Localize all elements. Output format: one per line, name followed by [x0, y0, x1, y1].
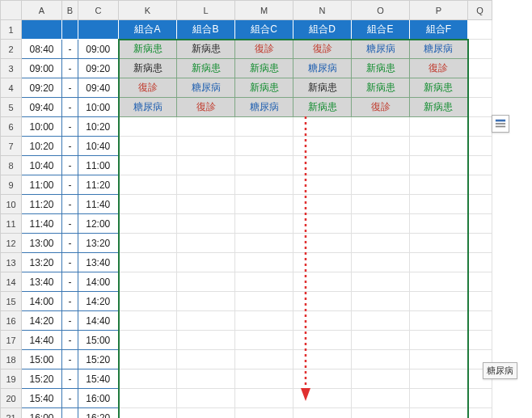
time-sep[interactable]: - — [62, 331, 78, 350]
cell[interactable] — [468, 408, 492, 419]
empty-cell[interactable] — [293, 331, 352, 350]
empty-cell[interactable] — [352, 137, 410, 156]
col-header[interactable]: O — [352, 1, 410, 20]
empty-cell[interactable] — [235, 195, 293, 214]
empty-cell[interactable] — [293, 234, 352, 253]
empty-cell[interactable] — [119, 137, 177, 156]
empty-cell[interactable] — [410, 292, 468, 311]
time-cell[interactable]: 09:20 — [22, 78, 62, 98]
time-cell[interactable]: 08:40 — [22, 40, 62, 59]
empty-cell[interactable] — [235, 389, 293, 408]
cell[interactable] — [468, 195, 492, 214]
time-cell[interactable]: 10:20 — [78, 117, 119, 137]
empty-cell[interactable] — [235, 369, 293, 389]
row-header[interactable]: 12 — [1, 234, 22, 253]
time-cell[interactable]: 14:20 — [22, 311, 62, 331]
data-cell[interactable]: 新病患 — [235, 78, 293, 98]
empty-cell[interactable] — [352, 253, 410, 272]
col-header[interactable]: K — [119, 1, 177, 20]
time-cell[interactable]: 16:00 — [22, 408, 62, 419]
row-header[interactable]: 4 — [1, 78, 22, 98]
cell[interactable] — [468, 156, 492, 175]
data-cell[interactable]: 復診 — [235, 40, 293, 59]
time-sep[interactable]: - — [62, 98, 78, 117]
time-cell[interactable]: 15:20 — [22, 369, 62, 389]
time-sep[interactable]: - — [62, 369, 78, 389]
empty-cell[interactable] — [293, 272, 352, 292]
cell[interactable] — [468, 389, 492, 408]
empty-cell[interactable] — [177, 272, 235, 292]
empty-cell[interactable] — [235, 214, 293, 234]
data-cell[interactable]: 新病患 — [293, 98, 352, 117]
empty-cell[interactable] — [293, 311, 352, 331]
data-cell[interactable]: 糖尿病 — [410, 40, 468, 59]
time-cell[interactable]: 09:40 — [22, 98, 62, 117]
time-cell[interactable]: 16:00 — [78, 389, 119, 408]
group-header[interactable]: 組合F — [410, 20, 468, 40]
cell[interactable] — [62, 20, 78, 40]
time-sep[interactable]: - — [62, 389, 78, 408]
empty-cell[interactable] — [293, 389, 352, 408]
empty-cell[interactable] — [235, 234, 293, 253]
data-cell[interactable]: 糖尿病 — [352, 40, 410, 59]
time-cell[interactable]: 13:20 — [78, 234, 119, 253]
row-header[interactable]: 8 — [1, 156, 22, 175]
data-cell[interactable]: 復診 — [293, 40, 352, 59]
time-cell[interactable]: 15:00 — [78, 331, 119, 350]
data-cell[interactable]: 糖尿病 — [235, 98, 293, 117]
empty-cell[interactable] — [352, 389, 410, 408]
time-sep[interactable]: - — [62, 137, 78, 156]
time-sep[interactable]: - — [62, 272, 78, 292]
empty-cell[interactable] — [177, 369, 235, 389]
empty-cell[interactable] — [410, 408, 468, 419]
cell[interactable] — [468, 117, 492, 137]
empty-cell[interactable] — [293, 292, 352, 311]
empty-cell[interactable] — [177, 292, 235, 311]
empty-cell[interactable] — [410, 331, 468, 350]
group-header[interactable]: 組合A — [119, 20, 177, 40]
time-cell[interactable]: 09:00 — [78, 40, 119, 59]
empty-cell[interactable] — [119, 331, 177, 350]
time-cell[interactable]: 14:40 — [78, 311, 119, 331]
row-header[interactable]: 1 — [1, 20, 22, 40]
empty-cell[interactable] — [177, 408, 235, 419]
row-header[interactable]: 17 — [1, 331, 22, 350]
cell[interactable] — [468, 272, 492, 292]
time-sep[interactable]: - — [62, 78, 78, 98]
group-header[interactable]: 組合B — [177, 20, 235, 40]
row-header[interactable]: 7 — [1, 137, 22, 156]
time-sep[interactable]: - — [62, 156, 78, 175]
empty-cell[interactable] — [293, 214, 352, 234]
group-header[interactable]: 組合C — [235, 20, 293, 40]
col-header[interactable]: M — [235, 1, 293, 20]
empty-cell[interactable] — [352, 369, 410, 389]
cell[interactable] — [22, 20, 62, 40]
cell[interactable] — [468, 331, 492, 350]
data-cell[interactable]: 新病患 — [235, 59, 293, 78]
data-cell[interactable]: 新病患 — [119, 40, 177, 59]
row-header[interactable]: 15 — [1, 292, 22, 311]
empty-cell[interactable] — [293, 195, 352, 214]
empty-cell[interactable] — [352, 175, 410, 195]
empty-cell[interactable] — [352, 350, 410, 369]
empty-cell[interactable] — [119, 195, 177, 214]
empty-cell[interactable] — [177, 175, 235, 195]
time-sep[interactable]: - — [62, 195, 78, 214]
row-header[interactable]: 20 — [1, 389, 22, 408]
empty-cell[interactable] — [410, 137, 468, 156]
empty-cell[interactable] — [235, 156, 293, 175]
empty-cell[interactable] — [410, 214, 468, 234]
empty-cell[interactable] — [293, 175, 352, 195]
time-sep[interactable]: - — [62, 234, 78, 253]
time-cell[interactable]: 10:40 — [78, 137, 119, 156]
time-cell[interactable]: 14:40 — [22, 331, 62, 350]
empty-cell[interactable] — [119, 234, 177, 253]
empty-cell[interactable] — [293, 137, 352, 156]
empty-cell[interactable] — [235, 292, 293, 311]
time-sep[interactable]: - — [62, 311, 78, 331]
empty-cell[interactable] — [177, 214, 235, 234]
data-cell[interactable]: 新病患 — [293, 78, 352, 98]
empty-cell[interactable] — [177, 195, 235, 214]
data-cell[interactable]: 糖尿病 — [293, 59, 352, 78]
empty-cell[interactable] — [235, 272, 293, 292]
